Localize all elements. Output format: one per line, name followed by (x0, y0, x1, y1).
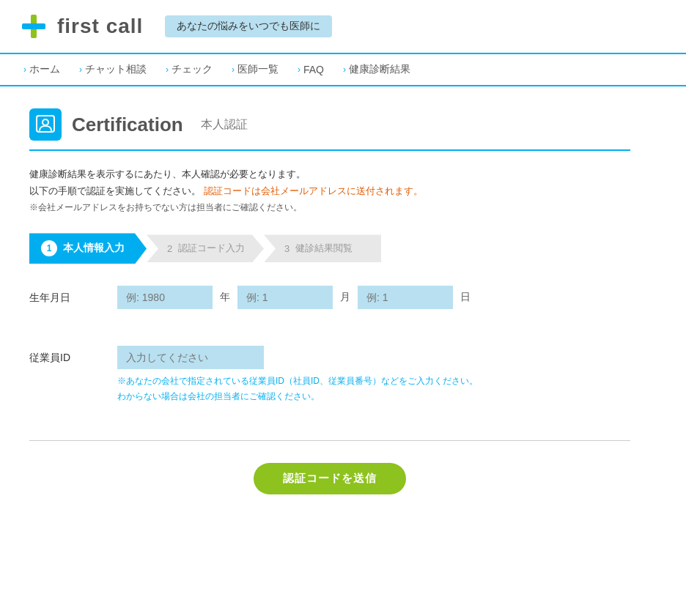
chevron-icon: › (298, 64, 300, 75)
chevron-icon: › (79, 64, 82, 75)
logo-text: first call (57, 15, 143, 38)
step-3-label: 健診結果閲覧 (295, 242, 353, 255)
nav-label-faq: FAQ (303, 64, 324, 75)
logo-icon (18, 10, 50, 42)
chevron-icon: › (343, 64, 346, 75)
nav-item-faq[interactable]: › FAQ (292, 62, 330, 77)
chevron-icon: › (23, 64, 26, 75)
nav-item-chat[interactable]: › チャット相談 (73, 62, 152, 78)
employee-id-controls: ※あなたの会社で指定されている従業員ID（社員ID、従業員番号）などをご入力くだ… (117, 346, 478, 404)
nav-item-check[interactable]: › チェック (160, 62, 218, 78)
step-1-badge: 1 (41, 240, 57, 256)
birthday-label: 生年月日 (29, 286, 117, 305)
nav-item-doctors[interactable]: › 医師一覧 (226, 62, 284, 78)
chevron-icon: › (232, 64, 235, 75)
form-divider (29, 440, 630, 441)
description-line3: ※会社メールアドレスをお持ちでない方は担当者にご確認ください。 (29, 200, 630, 216)
logo-area: first call あなたの悩みをいつでも医師に (18, 10, 332, 42)
step-2-number: 2 (167, 243, 172, 254)
step-1: 1 本人情報入力 (29, 233, 147, 264)
birthday-controls: 年 月 日 (117, 286, 471, 309)
svg-rect-3 (22, 23, 45, 29)
description-area: 健康診断結果を表示するにあたり、本人確認が必要となります。 以下の手順で認証を実… (29, 166, 630, 215)
submit-area: 認証コードを送信 (29, 463, 630, 494)
certification-icon (29, 108, 62, 141)
description-line1: 健康診断結果を表示するにあたり、本人確認が必要となります。 (29, 166, 630, 182)
employee-id-row: 従業員ID ※あなたの会社で指定されている従業員ID（社員ID、従業員番号）など… (29, 346, 630, 418)
step-3: 3 健診結果閲覧 (264, 234, 381, 262)
birthday-day-input[interactable] (358, 286, 453, 309)
main-content: Certification 本人認証 健康診断結果を表示するにあたり、本人確認が… (0, 86, 660, 516)
employee-id-input[interactable] (117, 346, 264, 369)
employee-id-note-line2: わからない場合は会社の担当者にご確認ください。 (117, 389, 478, 404)
description-line2: 以下の手順で認証を実施してください。 認証コードは会社メールアドレスに送付されま… (29, 182, 630, 199)
year-unit: 年 (220, 291, 230, 304)
month-unit: 月 (340, 291, 350, 304)
nav-label-check: チェック (172, 63, 213, 76)
employee-id-note-line1: ※あなたの会社で指定されている従業員ID（社員ID、従業員番号）などをご入力くだ… (117, 374, 478, 388)
main-nav: › ホーム › チャット相談 › チェック › 医師一覧 › FAQ › 健康診… (0, 54, 686, 86)
step-1-label: 本人情報入力 (63, 242, 125, 255)
birthday-year-input[interactable] (117, 286, 213, 309)
step-2-label: 認証コード入力 (178, 242, 245, 255)
desc-prefix: 以下の手順で認証を実施してください。 (29, 185, 201, 196)
chevron-icon: › (166, 64, 169, 75)
nav-item-home[interactable]: › ホーム (18, 62, 66, 78)
nav-label-health: 健康診断結果 (349, 63, 410, 76)
employee-id-label: 従業員ID (29, 346, 117, 365)
desc-highlight: 認証コードは会社メールアドレスに送付されます。 (204, 185, 423, 196)
page-subtitle: 本人認証 (201, 117, 248, 133)
submit-button[interactable]: 認証コードを送信 (254, 463, 406, 494)
nav-item-health[interactable]: › 健康診断結果 (337, 62, 416, 78)
logo-tagline: あなたの悩みをいつでも医師に (165, 15, 332, 37)
step-3-number: 3 (284, 243, 289, 254)
birthday-month-input[interactable] (237, 286, 333, 309)
nav-label-doctors: 医師一覧 (237, 63, 279, 76)
header: first call あなたの悩みをいつでも医師に (0, 0, 686, 54)
employee-id-note: ※あなたの会社で指定されている従業員ID（社員ID、従業員番号）などをご入力くだ… (117, 374, 478, 404)
nav-label-chat: チャット相談 (85, 63, 147, 76)
svg-point-5 (43, 119, 48, 125)
page-title: Certification (72, 114, 183, 136)
step-2: 2 認証コード入力 (147, 234, 264, 262)
page-title-area: Certification 本人認証 (29, 108, 630, 151)
steps-indicator: 1 本人情報入力 2 認証コード入力 3 健診結果閲覧 (29, 233, 630, 264)
nav-label-home: ホーム (29, 63, 60, 76)
day-unit: 日 (460, 291, 471, 304)
birthday-row: 生年月日 年 月 日 (29, 286, 630, 324)
